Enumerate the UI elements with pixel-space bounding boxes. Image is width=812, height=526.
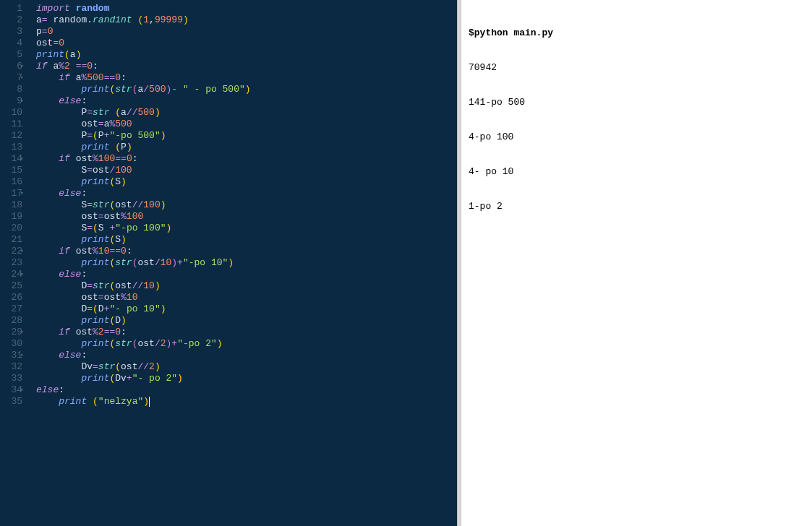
code-line[interactable]: a= random.randint (1,99999) bbox=[36, 14, 457, 26]
code-line[interactable]: Dv=str(ost//2) bbox=[36, 361, 457, 373]
line-number: 2 bbox=[0, 14, 22, 26]
line-number: 6▾ bbox=[0, 61, 22, 72]
line-number: 9▾ bbox=[0, 95, 22, 107]
text-cursor bbox=[149, 397, 150, 407]
code-line[interactable]: if a%500==0: bbox=[36, 72, 457, 84]
line-number: 24▾ bbox=[0, 269, 22, 280]
code-line[interactable]: S=str(ost//100) bbox=[36, 199, 457, 211]
code-line[interactable]: ost=0 bbox=[36, 38, 457, 49]
code-line[interactable]: else: bbox=[36, 269, 457, 280]
line-number: 4 bbox=[0, 38, 22, 49]
code-content[interactable]: import randoma= random.randint (1,99999)… bbox=[29, 0, 457, 526]
fold-icon[interactable]: ▾ bbox=[20, 327, 24, 338]
line-number: 7▾ bbox=[0, 72, 22, 84]
output-pane[interactable]: $python main.py 70942 141-po 500 4-po 10… bbox=[461, 0, 812, 526]
line-number: 10 bbox=[0, 107, 22, 118]
output-line: 70942 bbox=[469, 62, 805, 74]
line-number: 16 bbox=[0, 176, 22, 188]
line-number: 1 bbox=[0, 3, 22, 14]
code-line[interactable]: P=(P+"-po 500") bbox=[36, 130, 457, 142]
code-line[interactable]: print (P) bbox=[36, 142, 457, 153]
code-line[interactable]: else: bbox=[36, 188, 457, 199]
code-line[interactable]: else: bbox=[36, 95, 457, 107]
code-line[interactable]: D=str(ost//10) bbox=[36, 280, 457, 292]
output-line: 141-po 500 bbox=[469, 97, 805, 108]
fold-icon[interactable]: ▾ bbox=[20, 95, 24, 107]
line-number: 14▾ bbox=[0, 153, 22, 165]
output-command: $python main.py bbox=[469, 27, 805, 39]
code-line[interactable]: ost=a%500 bbox=[36, 118, 457, 130]
line-number: 27 bbox=[0, 303, 22, 315]
fold-icon[interactable]: ▾ bbox=[20, 350, 24, 361]
code-line[interactable]: ost=ost%10 bbox=[36, 292, 457, 303]
line-number: 22▾ bbox=[0, 246, 22, 257]
line-number: 20 bbox=[0, 223, 22, 234]
fold-icon[interactable]: ▾ bbox=[20, 153, 24, 165]
line-number: 34▾ bbox=[0, 384, 22, 396]
line-number: 29▾ bbox=[0, 327, 22, 338]
code-line[interactable]: ost=ost%100 bbox=[36, 211, 457, 223]
code-line[interactable]: if ost%10==0: bbox=[36, 246, 457, 257]
line-number: 25 bbox=[0, 280, 22, 292]
fold-icon[interactable]: ▾ bbox=[20, 72, 24, 84]
code-line[interactable]: if a%2 ==0: bbox=[36, 61, 457, 72]
code-line[interactable]: print(S) bbox=[36, 176, 457, 188]
fold-icon[interactable]: ▾ bbox=[20, 61, 24, 72]
code-line[interactable]: else: bbox=[36, 350, 457, 361]
line-number: 26 bbox=[0, 292, 22, 303]
code-line[interactable]: print(Dv+"- po 2") bbox=[36, 373, 457, 384]
line-number: 11 bbox=[0, 118, 22, 130]
line-number: 32 bbox=[0, 361, 22, 373]
code-line[interactable]: P=str (a//500) bbox=[36, 107, 457, 118]
code-line[interactable]: print(str(ost/2)+"-po 2") bbox=[36, 338, 457, 350]
fold-icon[interactable]: ▾ bbox=[20, 246, 24, 257]
code-line[interactable]: S=(S +"-po 100") bbox=[36, 223, 457, 234]
line-number: 13 bbox=[0, 142, 22, 153]
output-line: 1-po 2 bbox=[469, 201, 805, 212]
code-line[interactable]: import random bbox=[36, 3, 457, 14]
line-number: 12 bbox=[0, 130, 22, 142]
fold-icon[interactable]: ▾ bbox=[20, 269, 24, 280]
code-line[interactable]: print(a) bbox=[36, 49, 457, 61]
line-number: 15 bbox=[0, 165, 22, 176]
line-number: 18 bbox=[0, 199, 22, 211]
output-line: 4- po 10 bbox=[469, 166, 805, 178]
code-line[interactable]: if ost%100==0: bbox=[36, 153, 457, 165]
line-number: 33 bbox=[0, 373, 22, 384]
line-number: 30 bbox=[0, 338, 22, 350]
code-line[interactable]: if ost%2==0: bbox=[36, 327, 457, 338]
fold-icon[interactable]: ▾ bbox=[20, 384, 24, 396]
line-number: 5 bbox=[0, 49, 22, 61]
code-editor-pane[interactable]: 123456▾7▾89▾1011121314▾151617▾1819202122… bbox=[0, 0, 457, 526]
line-number-gutter: 123456▾7▾89▾1011121314▾151617▾1819202122… bbox=[0, 0, 29, 526]
code-line[interactable]: else: bbox=[36, 384, 457, 396]
line-number: 19 bbox=[0, 211, 22, 223]
fold-icon[interactable]: ▾ bbox=[20, 188, 24, 199]
line-number: 8 bbox=[0, 84, 22, 95]
line-number: 31▾ bbox=[0, 350, 22, 361]
line-number: 3 bbox=[0, 26, 22, 38]
code-line[interactable]: D=(D+"- po 10") bbox=[36, 303, 457, 315]
code-line[interactable]: p=0 bbox=[36, 26, 457, 38]
code-line[interactable]: print(S) bbox=[36, 234, 457, 246]
code-line[interactable]: print(D) bbox=[36, 315, 457, 327]
line-number: 17▾ bbox=[0, 188, 22, 199]
line-number: 23 bbox=[0, 257, 22, 269]
output-line: 4-po 100 bbox=[469, 132, 805, 143]
line-number: 35 bbox=[0, 396, 22, 408]
code-line[interactable]: print ("nelzya") bbox=[36, 396, 457, 408]
line-number: 21 bbox=[0, 234, 22, 246]
code-line[interactable]: print(str(a/500)- " - po 500") bbox=[36, 84, 457, 95]
code-line[interactable]: S=ost/100 bbox=[36, 165, 457, 176]
code-line[interactable]: print(str(ost/10)+"-po 10") bbox=[36, 257, 457, 269]
line-number: 28 bbox=[0, 315, 22, 327]
